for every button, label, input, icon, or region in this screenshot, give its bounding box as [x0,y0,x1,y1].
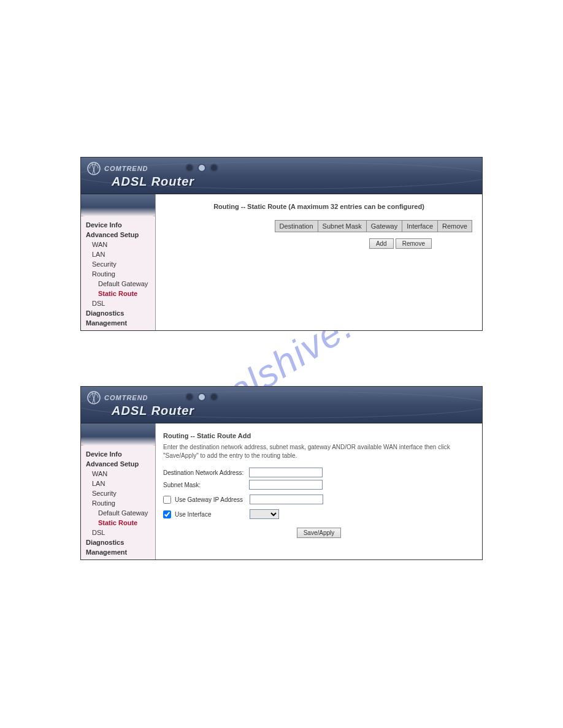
col-gateway: Gateway [366,221,402,232]
label-use-interface: Use Interface [175,511,250,518]
dot-icon [210,393,218,401]
router-panel-static-route-add: COMTREND ADSL Router Device Info Advance… [80,386,483,560]
page-title: Routing -- Static Route (A maximum 32 en… [163,203,475,210]
banner: COMTREND ADSL Router [81,157,482,194]
brand-company: COMTREND [104,165,148,172]
dot-icon [197,164,206,172]
static-route-table: Destination Subnet Mask Gateway Interfac… [275,220,472,232]
sidebar-item-static-route[interactable]: Static Route [81,518,155,528]
sidebar-item-security[interactable]: Security [81,259,155,269]
save-apply-button[interactable]: Save/Apply [297,528,342,538]
destination-input[interactable] [249,468,323,477]
page-title: Routing -- Static Route Add [163,432,475,439]
product-title: ADSL Router [112,175,194,189]
brand-company: COMTREND [104,394,148,401]
comtrend-logo-icon [86,390,102,406]
sidebar-item-lan[interactable]: LAN [81,479,155,488]
sidebar-item-device-info[interactable]: Device Info [81,449,155,459]
add-button[interactable]: Add [369,238,394,249]
sidebar-item-advanced-setup[interactable]: Advanced Setup [81,230,155,240]
dot-icon [210,164,218,172]
banner-dots [185,164,218,172]
col-interface: Interface [402,221,438,232]
label-subnet-mask: Subnet Mask: [163,482,249,488]
content-area: Routing -- Static Route Add Enter the de… [156,423,482,559]
dot-icon [185,164,194,172]
sidebar-nav: Device Info Advanced Setup WAN LAN Secur… [81,194,156,330]
content-area: Routing -- Static Route (A maximum 32 en… [156,194,482,330]
remove-button[interactable]: Remove [396,238,432,249]
sidebar-item-wan[interactable]: WAN [81,469,155,479]
sidebar-curve-decoration [81,423,155,446]
sidebar-item-device-info[interactable]: Device Info [81,220,155,230]
col-destination: Destination [275,221,318,232]
router-panel-static-route-list: COMTREND ADSL Router Device Info Advance… [80,157,483,331]
sidebar-item-security[interactable]: Security [81,488,155,498]
dot-icon [185,393,194,401]
sidebar-item-wan[interactable]: WAN [81,240,155,249]
banner-dots [185,393,218,401]
label-destination: Destination Network Address: [163,469,249,476]
dot-icon [197,393,206,401]
sidebar-item-routing[interactable]: Routing [81,498,155,508]
gateway-ip-input[interactable] [250,495,323,504]
banner: COMTREND ADSL Router [81,387,482,423]
sidebar-item-static-route[interactable]: Static Route [81,289,155,298]
sidebar-item-lan[interactable]: LAN [81,249,155,259]
col-remove: Remove [438,221,472,232]
sidebar-item-default-gateway[interactable]: Default Gateway [81,279,155,289]
label-use-gateway: Use Gateway IP Address [175,496,250,503]
subnet-mask-input[interactable] [249,480,323,490]
sidebar-item-advanced-setup[interactable]: Advanced Setup [81,459,155,469]
help-text: Enter the destination network address, s… [163,443,475,460]
sidebar-item-diagnostics[interactable]: Diagnostics [81,537,155,547]
product-title: ADSL Router [112,404,194,418]
sidebar-item-default-gateway[interactable]: Default Gateway [81,508,155,518]
use-gateway-checkbox[interactable] [163,496,171,504]
interface-select[interactable] [250,509,279,519]
sidebar-item-management[interactable]: Management [81,318,155,328]
sidebar-item-routing[interactable]: Routing [81,269,155,279]
use-interface-checkbox[interactable] [163,510,171,518]
sidebar-item-diagnostics[interactable]: Diagnostics [81,308,155,318]
sidebar-item-dsl[interactable]: DSL [81,528,155,537]
comtrend-logo-icon [86,161,102,176]
sidebar-item-dsl[interactable]: DSL [81,298,155,308]
col-subnet-mask: Subnet Mask [318,221,366,232]
sidebar-item-management[interactable]: Management [81,547,155,557]
sidebar-curve-decoration [81,194,155,216]
sidebar-nav: Device Info Advanced Setup WAN LAN Secur… [81,423,156,559]
